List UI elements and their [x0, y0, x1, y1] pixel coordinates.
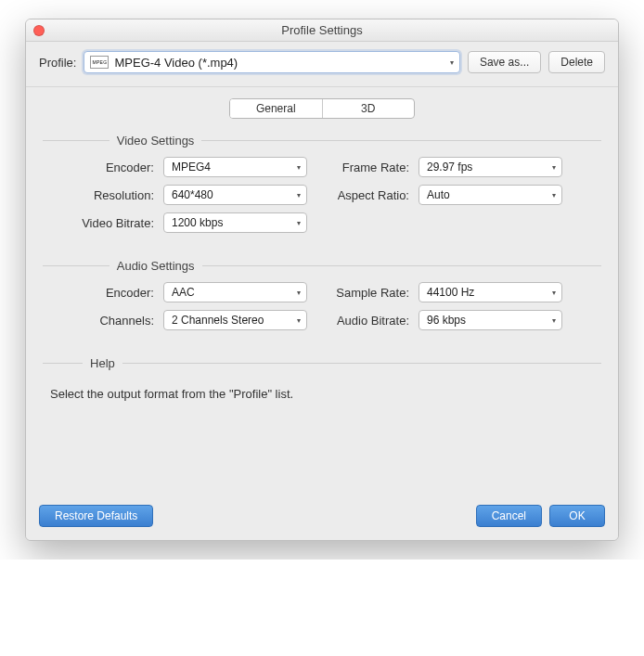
chevron-down-icon: ▾: [297, 219, 301, 227]
video-settings-section: Video Settings Encoder: MPEG4 ▾ Frame Ra…: [43, 134, 601, 233]
sample-rate-value: 44100 Hz: [427, 286, 474, 299]
divider: [43, 140, 109, 141]
resolution-label: Resolution:: [52, 188, 154, 202]
video-bitrate-select[interactable]: 1200 kbps ▾: [163, 212, 307, 233]
tab-bar: General 3D: [229, 98, 415, 119]
chevron-down-icon: ▾: [297, 289, 301, 297]
audio-settings-section: Audio Settings Encoder: AAC ▾ Sample Rat…: [43, 259, 601, 330]
channels-label: Channels:: [52, 314, 154, 328]
window-title: Profile Settings: [26, 23, 618, 37]
audio-settings-title: Audio Settings: [117, 259, 195, 273]
frame-rate-value: 29.97 fps: [427, 161, 472, 174]
audio-encoder-label: Encoder:: [52, 286, 154, 300]
chevron-down-icon: ▾: [552, 316, 556, 325]
sample-rate-select[interactable]: 44100 Hz ▾: [419, 282, 562, 302]
help-title: Help: [90, 356, 115, 370]
frame-rate-select[interactable]: 29.97 fps ▾: [419, 157, 562, 177]
settings-body: General 3D Video Settings Encoder: MPEG4…: [26, 87, 618, 495]
delete-button[interactable]: Delete: [548, 51, 605, 73]
divider: [122, 363, 601, 364]
ok-button[interactable]: OK: [549, 505, 605, 527]
chevron-down-icon: ▾: [297, 191, 301, 199]
chevron-down-icon: ▾: [297, 316, 301, 325]
divider: [43, 363, 83, 364]
mpeg-icon: MPEG: [90, 56, 109, 69]
aspect-ratio-value: Auto: [427, 188, 450, 201]
profile-settings-window: Profile Settings Profile: MPEG MPEG-4 Vi…: [25, 19, 619, 541]
restore-defaults-button[interactable]: Restore Defaults: [39, 505, 153, 527]
titlebar: Profile Settings: [26, 19, 618, 42]
chevron-down-icon: ▾: [450, 58, 454, 67]
encoder-label: Encoder:: [52, 161, 154, 174]
close-icon[interactable]: [33, 25, 45, 36]
divider: [201, 140, 601, 141]
channels-select[interactable]: 2 Channels Stereo ▾: [163, 310, 307, 330]
video-bitrate-value: 1200 kbps: [172, 216, 223, 229]
aspect-ratio-label: Aspect Ratio:: [316, 188, 409, 202]
video-encoder-value: MPEG4: [172, 161, 211, 174]
profile-select-value: MPEG-4 Video (*.mp4): [114, 56, 444, 70]
aspect-ratio-select[interactable]: Auto ▾: [419, 185, 562, 205]
audio-bitrate-value: 96 kbps: [427, 314, 466, 327]
footer: Restore Defaults Cancel OK: [26, 495, 618, 540]
video-settings-title: Video Settings: [117, 134, 195, 148]
save-as-button[interactable]: Save as...: [468, 51, 541, 73]
resolution-value: 640*480: [172, 188, 213, 201]
help-section: Help Select the output format from the "…: [43, 356, 601, 457]
profile-select[interactable]: MPEG MPEG-4 Video (*.mp4) ▾: [84, 51, 459, 73]
divider: [43, 265, 109, 266]
chevron-down-icon: ▾: [552, 191, 556, 199]
video-encoder-select[interactable]: MPEG4 ▾: [163, 157, 307, 177]
channels-value: 2 Channels Stereo: [172, 314, 264, 327]
chevron-down-icon: ▾: [297, 163, 301, 172]
profile-toolbar: Profile: MPEG MPEG-4 Video (*.mp4) ▾ Sav…: [26, 42, 618, 87]
frame-rate-label: Frame Rate:: [316, 161, 409, 174]
audio-encoder-select[interactable]: AAC ▾: [163, 282, 307, 302]
tab-general[interactable]: General: [230, 99, 322, 118]
resolution-select[interactable]: 640*480 ▾: [163, 185, 307, 205]
chevron-down-icon: ▾: [552, 289, 556, 297]
tab-3d[interactable]: 3D: [322, 99, 415, 118]
video-bitrate-label: Video Bitrate:: [52, 216, 154, 230]
sample-rate-label: Sample Rate:: [316, 286, 409, 300]
audio-encoder-value: AAC: [172, 286, 195, 299]
divider: [202, 265, 601, 266]
help-text: Select the output format from the "Profi…: [43, 379, 601, 457]
audio-bitrate-select[interactable]: 96 kbps ▾: [419, 310, 562, 330]
chevron-down-icon: ▾: [552, 163, 556, 172]
profile-label: Profile:: [39, 56, 76, 70]
cancel-button[interactable]: Cancel: [476, 505, 542, 527]
audio-bitrate-label: Audio Bitrate:: [316, 314, 409, 328]
